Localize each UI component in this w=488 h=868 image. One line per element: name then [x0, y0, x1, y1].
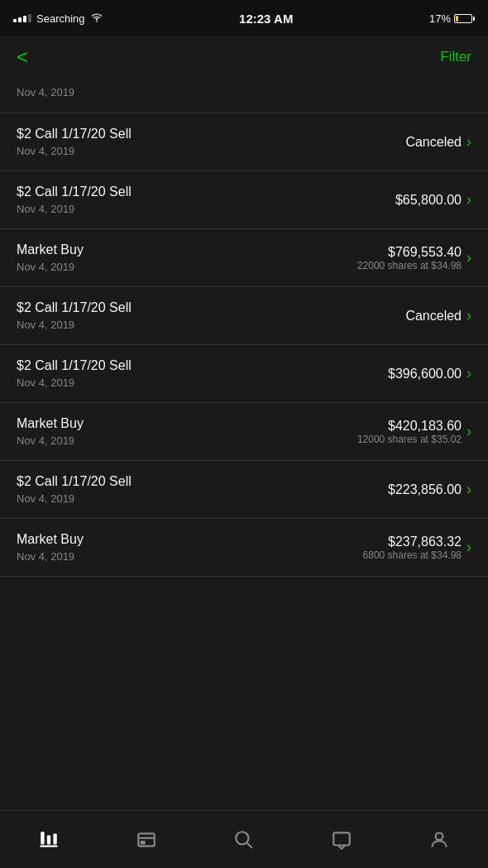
transaction-right: Canceled›	[405, 133, 471, 151]
transaction-title: Market Buy	[17, 242, 84, 257]
transaction-amount: $223,856.00	[388, 482, 462, 497]
transaction-item[interactable]: Market BuyNov 4, 2019$420,183.6012000 sh…	[0, 403, 488, 461]
partial-item: Nov 4, 2019	[0, 78, 488, 113]
transaction-item[interactable]: $2 Call 1/17/20 SellNov 4, 2019Canceled›	[0, 113, 488, 171]
amount-primary: $223,856.00	[388, 482, 462, 497]
amount-primary: $769,553.40	[357, 245, 462, 260]
transaction-amount: $769,553.4022000 shares at $34.98	[357, 245, 462, 271]
transaction-item[interactable]: $2 Call 1/17/20 SellNov 4, 2019$65,800.0…	[0, 171, 488, 229]
transaction-left: Market BuyNov 4, 2019	[17, 416, 84, 447]
chevron-right-icon: ›	[466, 191, 471, 209]
transaction-left: $2 Call 1/17/20 SellNov 4, 2019	[17, 185, 132, 215]
back-button[interactable]: <	[17, 46, 28, 69]
transaction-right: $65,800.00›	[395, 191, 471, 209]
transaction-amount: $420,183.6012000 shares at $35.02	[357, 419, 462, 445]
amount-primary: $237,863.32	[363, 535, 462, 549]
chevron-right-icon: ›	[466, 249, 471, 266]
transaction-right: Canceled›	[405, 307, 471, 324]
nav-messages[interactable]	[331, 829, 352, 851]
status-time: 12:23 AM	[239, 12, 293, 26]
chevron-right-icon: ›	[466, 307, 471, 324]
transaction-title: Market Buy	[17, 416, 84, 431]
amount-primary: Canceled	[405, 309, 462, 324]
amount-primary: $65,800.00	[395, 193, 462, 208]
status-left: Searching	[13, 12, 103, 26]
amount-primary: $420,183.60	[357, 419, 462, 434]
chevron-right-icon: ›	[466, 539, 471, 556]
signal-icon	[13, 14, 31, 22]
transaction-title: Market Buy	[17, 532, 84, 547]
amount-secondary: 22000 shares at $34.98	[357, 260, 462, 271]
transaction-left: $2 Call 1/17/20 SellNov 4, 2019	[17, 474, 132, 505]
transaction-date: Nov 4, 2019	[17, 550, 84, 563]
nav-card[interactable]	[136, 829, 157, 851]
transaction-amount: $237,863.326800 shares at $34.98	[363, 535, 462, 561]
status-right: 17%	[429, 12, 475, 25]
bottom-nav	[0, 810, 488, 868]
transaction-date: Nov 4, 2019	[17, 261, 84, 273]
battery-icon	[454, 14, 475, 23]
transaction-right: $237,863.326800 shares at $34.98›	[363, 535, 471, 561]
amount-primary: $396,600.00	[388, 367, 462, 381]
transaction-date: Nov 4, 2019	[17, 376, 132, 389]
nav-search[interactable]	[233, 829, 255, 851]
transaction-right: $396,600.00›	[388, 365, 471, 382]
chevron-right-icon: ›	[466, 481, 471, 498]
partial-date: Nov 4, 2019	[17, 86, 74, 98]
transaction-item[interactable]: $2 Call 1/17/20 SellNov 4, 2019Canceled›	[0, 287, 488, 345]
amount-secondary: 6800 shares at $34.98	[363, 549, 462, 561]
transaction-date: Nov 4, 2019	[17, 492, 132, 505]
transaction-right: $420,183.6012000 shares at $35.02›	[357, 419, 471, 445]
chevron-right-icon: ›	[466, 365, 471, 382]
transaction-amount: Canceled	[405, 135, 462, 150]
transaction-right: $769,553.4022000 shares at $34.98›	[357, 245, 471, 271]
transaction-left: Market BuyNov 4, 2019	[17, 532, 84, 563]
transaction-date: Nov 4, 2019	[17, 319, 132, 331]
transaction-left: $2 Call 1/17/20 SellNov 4, 2019	[17, 358, 132, 389]
svg-rect-0	[41, 832, 44, 844]
svg-point-9	[436, 832, 443, 840]
carrier-label: Searching	[36, 12, 85, 25]
svg-rect-3	[40, 845, 58, 846]
nav-account[interactable]	[428, 829, 450, 851]
transaction-title: $2 Call 1/17/20 Sell	[17, 185, 132, 199]
transaction-amount: $396,600.00	[388, 367, 462, 381]
transaction-date: Nov 4, 2019	[17, 434, 84, 447]
transaction-left: Market BuyNov 4, 2019	[17, 242, 84, 273]
svg-rect-4	[138, 833, 155, 846]
wifi-icon	[90, 12, 103, 26]
transaction-amount: $65,800.00	[395, 193, 462, 208]
chevron-right-icon: ›	[466, 133, 471, 151]
transaction-left: $2 Call 1/17/20 SellNov 4, 2019	[17, 127, 132, 157]
transaction-left: $2 Call 1/17/20 SellNov 4, 2019	[17, 300, 132, 331]
transaction-item[interactable]: $2 Call 1/17/20 SellNov 4, 2019$223,856.…	[0, 461, 488, 519]
battery-percent: 17%	[429, 12, 451, 25]
svg-rect-5	[141, 842, 145, 843]
amount-primary: Canceled	[405, 135, 462, 150]
status-bar: Searching 12:23 AM 17%	[0, 0, 488, 36]
transaction-item[interactable]: $2 Call 1/17/20 SellNov 4, 2019$396,600.…	[0, 345, 488, 403]
svg-rect-1	[47, 835, 50, 844]
transaction-date: Nov 4, 2019	[17, 203, 132, 215]
filter-button[interactable]: Filter	[440, 49, 471, 65]
transaction-title: $2 Call 1/17/20 Sell	[17, 474, 132, 489]
transaction-title: $2 Call 1/17/20 Sell	[17, 127, 132, 141]
transaction-title: $2 Call 1/17/20 Sell	[17, 300, 132, 315]
svg-point-6	[236, 832, 248, 844]
nav-bar: < Filter	[0, 36, 488, 78]
transaction-title: $2 Call 1/17/20 Sell	[17, 358, 132, 373]
nav-portfolio[interactable]	[38, 829, 60, 851]
amount-secondary: 12000 shares at $35.02	[357, 434, 462, 445]
svg-line-7	[247, 842, 252, 847]
transaction-item[interactable]: Market BuyNov 4, 2019$769,553.4022000 sh…	[0, 229, 488, 287]
transaction-date: Nov 4, 2019	[17, 145, 132, 157]
transaction-right: $223,856.00›	[388, 481, 471, 498]
transaction-list: $2 Call 1/17/20 SellNov 4, 2019Canceled›…	[0, 113, 488, 577]
svg-rect-8	[333, 832, 350, 845]
chevron-right-icon: ›	[466, 423, 471, 440]
transaction-item[interactable]: Market BuyNov 4, 2019$237,863.326800 sha…	[0, 519, 488, 577]
transaction-amount: Canceled	[405, 309, 462, 324]
svg-rect-2	[53, 833, 56, 844]
